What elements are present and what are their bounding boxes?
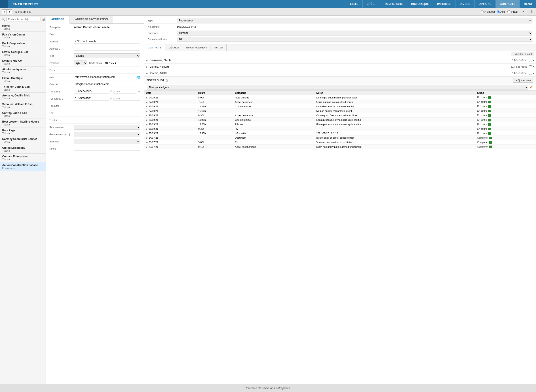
sidebar-item-name: Caffrey, John F Esq (2, 111, 43, 115)
right-tab-détails[interactable]: DÉTAILS (165, 44, 183, 51)
notes-row[interactable]: ▶25/09/21 12:15h Information 2021-07-27 … (144, 131, 536, 135)
sidebar-item[interactable]: Arellano, Cecilia S Md Tutorial (0, 93, 46, 101)
notes-row[interactable]: ▶04/10/21 8:00h Note clinique Doming id … (144, 95, 536, 100)
notes-row[interactable]: ▶27/09/21 15:00h Ne pas oublier d'appele… (144, 109, 536, 113)
courriel-input[interactable] (74, 82, 140, 86)
contact-row[interactable]: ▶ Dionne, Richard 514-555-6853 ▪ (144, 64, 536, 70)
sidebar-item[interactable]: Ramsey Secretarial Service Tutorial (0, 136, 46, 145)
notes-row[interactable]: ▶27/09/21 7:45h Appel de service Usus le… (144, 100, 536, 104)
code-postal-input[interactable] (104, 61, 140, 65)
next-button[interactable]: › (7, 9, 12, 14)
groupement-select[interactable] (74, 132, 140, 137)
nav-btn-liste[interactable]: LISTE (346, 0, 363, 8)
sidebar-item[interactable]: Ai Informatique inc. Tutorial (0, 66, 46, 75)
sidebar-item[interactable]: Thrasher, John E Esq Tutorial (0, 84, 46, 93)
right-tab-notes[interactable]: NOTES (211, 44, 227, 51)
tel-bureau2-input[interactable] (74, 96, 109, 101)
contact-checkbox[interactable] (529, 72, 532, 75)
notes-input[interactable] (74, 146, 140, 151)
sidebar-item[interactable]: Lewis, George L Esq Tutorial (0, 49, 46, 58)
nav-btn-options[interactable]: OPTIONS (474, 0, 496, 8)
notes-row[interactable]: ▶26/09/21 10:45h Courriel d'aide Etiam p… (144, 118, 536, 122)
ville-select[interactable]: Lasalle (74, 53, 140, 58)
sidebar-item[interactable]: United Drilling Inc Tutorial (0, 145, 46, 154)
nav-btn-imprimer[interactable]: IMPRIMER (433, 0, 455, 8)
sidebar-item[interactable]: Emlou Boutique Tutorial (0, 75, 46, 84)
tel-bureau2-ext-input[interactable] (113, 96, 140, 101)
contact-checkbox[interactable] (529, 65, 532, 68)
tab-adresse-facturation[interactable]: ADRESSE FACTURATION (70, 16, 113, 23)
sidebar-item[interactable]: Beck Corporation Tutorial (0, 40, 46, 49)
sidebar-item[interactable]: Caffrey, John F Esq Tutorial (0, 110, 46, 119)
province-select[interactable]: QC (74, 61, 87, 65)
prev-button[interactable]: ‹ (2, 9, 7, 14)
tab-adresse[interactable]: ADRESSE (46, 16, 70, 24)
contact-checkbox[interactable] (529, 59, 532, 62)
web-input[interactable] (74, 75, 136, 79)
dept-input[interactable] (74, 32, 140, 36)
sidebar-item[interactable]: Home Tutorial (0, 23, 46, 32)
nav-btn-contacts[interactable]: CONTACTS (496, 0, 519, 8)
notes-cell-statut: En cours (475, 109, 536, 113)
nav-btn-recherche[interactable]: RECHERCHE (381, 0, 407, 8)
radio-a-effacer[interactable]: A effacer (481, 10, 495, 13)
nav-btn-divers[interactable]: DIVERS (455, 0, 474, 8)
notes-cell-heure: 9:15h (196, 145, 233, 149)
code-classif-select[interactable]: 100 (177, 37, 532, 42)
add-note-button[interactable]: + Ajouter note (513, 78, 533, 83)
ville-label: Ville (49, 55, 74, 57)
left-panel: ADRESSE ADRESSE FACTURATION Entreprise A… (46, 16, 144, 384)
status-badge: En cours (477, 132, 487, 135)
right-tab-contacts[interactable]: CONTACTS (144, 44, 165, 51)
notes-row[interactable]: ▶27/09/21 11:45h Courriel d'aide Nam lib… (144, 104, 536, 109)
tel-bureau-input[interactable] (74, 89, 109, 93)
notes-cell-statut: En cours (475, 104, 536, 109)
banniere-row: Bannière (49, 138, 140, 145)
notes-cell-date: ▶27/09/21 (144, 109, 196, 113)
sidebar-item[interactable]: Scholtes, William E Esq Tutorial (0, 101, 46, 110)
responsable-select[interactable] (74, 125, 140, 130)
green-dot-icon (488, 119, 491, 121)
contact-row[interactable]: ▶ Desrosiers, Nicole 514-555-6853 ▪ (144, 57, 536, 64)
territoire-input[interactable] (74, 118, 140, 122)
banniere-select[interactable] (74, 139, 140, 144)
radio-actif[interactable]: Actif (497, 10, 506, 13)
external-link-icon[interactable]: ⧉ (166, 79, 168, 82)
status-badge: Complété (477, 141, 488, 144)
type-select[interactable]: Fournisseur (177, 18, 532, 23)
sidebar-item[interactable]: Action Construction Lasalle Fournisseur (0, 162, 46, 171)
tel-bureau-ext-input[interactable] (113, 89, 136, 93)
contact-row[interactable]: ▶ Torchio, Arlette 514-555-6853 ▪ (144, 70, 536, 77)
search-input[interactable] (6, 17, 40, 21)
sidebar-item[interactable]: Contact Enterprises Tutorial (0, 154, 46, 162)
adresse2-input[interactable] (74, 47, 140, 51)
adresse-input[interactable] (74, 39, 140, 43)
notes-row[interactable]: ▶23/07/21 9:00h RV Veniam, quis nostrud … (144, 140, 536, 145)
right-panel: Type Fournisseur No compte 66E0CCC8-FA4 … (144, 16, 536, 384)
top-nav: ☰ ENTREPRISES LISTECRÉERRECHERCHEHISTORI… (0, 0, 536, 8)
filter-categorie-select[interactable]: Filtre par catégorie (147, 85, 528, 89)
radio-inactif[interactable]: Inactif (507, 10, 518, 13)
notes-row[interactable]: ▶25/09/21 9:30h RV En cours (144, 126, 536, 131)
hamburger-button[interactable]: ☰ (0, 0, 8, 8)
sidebar-item[interactable]: Best Western Sterling House Tutorial (0, 119, 46, 127)
notes-row[interactable]: ▶26/09/21 8:30h Appel de service Consequ… (144, 113, 536, 118)
notes-row[interactable]: ▶23/07/21 9:15h Appel téléphonique Diam … (144, 145, 536, 149)
sidebar-item[interactable]: Ram Page Tutorial (0, 127, 46, 136)
notes-row[interactable]: ▶24/07/21 Document Ipsum dolor sit amet,… (144, 135, 536, 140)
nav-btn-historique[interactable]: HISTORIQUE (407, 0, 433, 8)
nav-btn-menu[interactable]: MENU (519, 0, 536, 8)
categorie-select[interactable]: Tutorial (177, 31, 532, 36)
pays-input[interactable] (74, 68, 140, 72)
filter-clear-button[interactable]: 🖉 (530, 85, 533, 89)
nav-btn-créer[interactable]: CRÉER (362, 0, 381, 8)
right-tab-infos-paiement[interactable]: INFOS PAIEMENT (183, 44, 211, 51)
delete-button[interactable]: 🗑 (529, 9, 534, 14)
fax-input[interactable] (74, 111, 140, 115)
notes-row[interactable]: ▶26/09/21 12:30h Réunion Etiam processus… (144, 122, 536, 126)
add-contact-button[interactable]: + Ajouter contact (511, 52, 534, 56)
tel-autre-input[interactable] (74, 104, 140, 108)
sidebar-item[interactable]: Dealers Mfg Co Tutorial (0, 58, 46, 66)
sidebar-item[interactable]: Fox Vision Center Tutorial (0, 32, 46, 40)
tel-autre-label: Tél autre (49, 104, 74, 107)
